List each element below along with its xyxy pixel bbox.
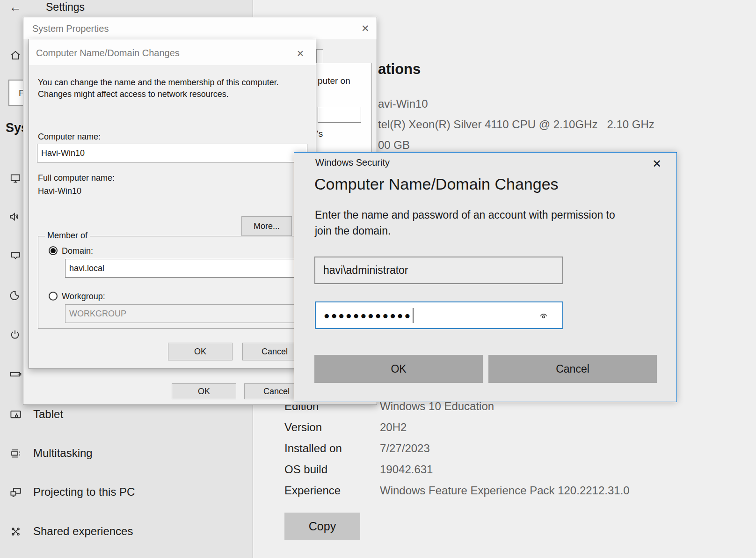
dialog-description: Enter the name and password of an accoun… (315, 207, 615, 239)
about-row-label: Version (284, 421, 322, 434)
workgroup-radio[interactable] (49, 292, 58, 301)
ok-button[interactable]: OK (314, 355, 483, 383)
workgroup-input[interactable]: WORKGROUP (65, 304, 304, 323)
full-computer-name-value: Havi-Win10 (38, 186, 81, 196)
sidebar-item-label: Multitasking (33, 447, 93, 460)
back-arrow-icon[interactable]: ← (9, 0, 22, 15)
tablet-icon (9, 408, 22, 421)
sidebar-item-tablet[interactable]: Tablet (9, 406, 63, 422)
password-input[interactable]: ●●●●●●●●●●●● (315, 301, 563, 329)
full-computer-name-label: Full computer name: (38, 173, 115, 183)
more-button[interactable]: More... (241, 216, 292, 236)
domain-label: Domain: (62, 246, 93, 256)
domain-radio[interactable] (49, 246, 58, 255)
computer-name-input[interactable]: Havi-Win10 (37, 144, 307, 162)
sidebar-item-label: Projecting to this PC (33, 485, 135, 499)
name-changes-dialog: Computer Name/Domain Changes ✕ You can c… (29, 39, 316, 369)
device-name-value: avi-Win10 (378, 97, 428, 110)
computer-name-tab[interactable] (316, 49, 323, 64)
power-icon[interactable] (9, 329, 21, 341)
sidebar-item-projecting[interactable]: Projecting to this PC (9, 484, 135, 500)
dialog-title: System Properties (32, 23, 109, 34)
shared-experiences-icon (9, 525, 22, 538)
projecting-icon (9, 486, 22, 499)
name-changes-titlebar[interactable]: Computer Name/Domain Changes ✕ (29, 39, 316, 65)
text-caret (413, 308, 414, 323)
sound-icon[interactable] (8, 211, 21, 223)
windows-security-dialog: Windows Security ✕ Computer Name/Domain … (294, 152, 677, 402)
dialog-heading: Computer Name/Domain Changes (314, 175, 559, 193)
dialog-description: You can change the name and the membersh… (38, 77, 279, 100)
page-title: Settings (46, 1, 85, 14)
description-line: Changes might affect access to network r… (38, 88, 279, 100)
domain-input[interactable]: havi.local (65, 259, 304, 278)
screen: ← Settings F Sys (0, 0, 756, 558)
about-row-label: Experience (284, 484, 341, 497)
username-input[interactable]: havi\administrator (314, 257, 563, 284)
password-dots: ●●●●●●●●●●●● (324, 310, 412, 321)
processor-value: tel(R) Xeon(R) Silver 4110 CPU @ 2.10GHz… (378, 118, 654, 131)
notifications-icon[interactable] (9, 250, 22, 262)
computer-name-label: Computer name: (38, 132, 101, 142)
sidebar-item-label: Shared experiences (33, 525, 133, 538)
reveal-password-icon[interactable] (538, 310, 549, 321)
about-row-label: OS build (284, 463, 327, 476)
description-line: join the domain. (315, 223, 615, 239)
battery-icon[interactable] (9, 368, 22, 380)
sidebar-item-multitasking[interactable]: Multitasking (9, 445, 93, 461)
about-row-value: Windows Feature Experience Pack 120.2212… (380, 484, 630, 497)
device-specifications-heading: ations (378, 61, 421, 78)
dialog-title: Computer Name/Domain Changes (36, 48, 180, 59)
cancel-button[interactable]: Cancel (488, 355, 657, 383)
about-row-value: 19042.631 (380, 463, 433, 476)
close-icon[interactable]: ✕ (652, 157, 662, 170)
computer-description-input[interactable] (318, 107, 361, 123)
ok-button[interactable]: OK (168, 343, 233, 360)
system-properties-titlebar[interactable]: System Properties ✕ (23, 17, 377, 39)
member-of-groupbox: Member of Domain: havi.local Workgroup: … (38, 236, 308, 329)
copy-button[interactable]: Copy (284, 513, 360, 540)
about-row-value: 7/27/2023 (380, 442, 430, 455)
about-row-label: Installed on (284, 442, 342, 455)
about-row-value: 20H2 (380, 421, 407, 434)
focus-assist-icon[interactable] (8, 289, 21, 301)
workgroup-label: Workgroup: (62, 292, 105, 301)
home-icon[interactable] (9, 49, 22, 61)
member-of-label: Member of (45, 231, 90, 241)
sidebar-item-shared-experiences[interactable]: Shared experiences (9, 523, 133, 539)
identify-text-fragment: puter on (318, 76, 350, 86)
display-icon[interactable] (9, 172, 22, 184)
multitasking-icon (9, 447, 22, 460)
close-icon[interactable]: ✕ (361, 23, 370, 34)
dialog-title: Windows Security (315, 157, 390, 168)
ok-button[interactable]: OK (172, 383, 236, 399)
description-line: Enter the name and password of an accoun… (315, 207, 615, 223)
description-line: You can change the name and the membersh… (38, 77, 279, 88)
example-text-fragment: 's (317, 129, 323, 139)
close-icon[interactable]: ✕ (297, 48, 304, 59)
installed-ram-value: 00 GB (378, 139, 410, 152)
sidebar-item-label: Tablet (33, 408, 63, 421)
